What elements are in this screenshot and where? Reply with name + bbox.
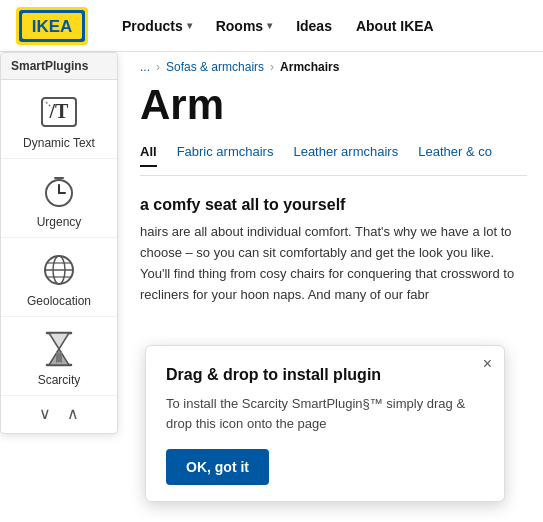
- breadcrumb-home[interactable]: ...: [140, 60, 150, 74]
- chevron-down-icon: ▾: [267, 20, 272, 31]
- smart-plugins-panel: SmartPlugins /T Dynamic Text Urgency: [0, 52, 118, 434]
- breadcrumb-separator: ›: [270, 60, 274, 74]
- nav-item-about[interactable]: About IKEA: [346, 12, 444, 40]
- tab-leather-co[interactable]: Leather & co: [418, 144, 492, 167]
- dnd-modal: × Drag & drop to install plugin To insta…: [145, 345, 505, 502]
- globe-icon: [35, 250, 83, 290]
- smart-plugins-header: SmartPlugins: [1, 53, 117, 80]
- sp-label-urgency: Urgency: [37, 215, 82, 229]
- sp-item-geolocation[interactable]: Geolocation: [1, 238, 117, 317]
- svg-text:IKEA: IKEA: [32, 17, 73, 36]
- content-body: hairs are all about individual comfort. …: [140, 222, 527, 305]
- close-icon[interactable]: ×: [483, 356, 492, 372]
- sp-item-dynamic-text[interactable]: /T Dynamic Text: [1, 80, 117, 159]
- navbar: IKEA Products ▾ Rooms ▾ Ideas About IKEA: [0, 0, 543, 52]
- sp-arrow-down[interactable]: ∨: [39, 404, 51, 423]
- sp-item-scarcity[interactable]: Scarcity: [1, 317, 117, 396]
- sp-navigation-arrows: ∨ ∧: [1, 396, 117, 425]
- sp-item-urgency[interactable]: Urgency: [1, 159, 117, 238]
- nav-item-rooms[interactable]: Rooms ▾: [206, 12, 282, 40]
- content-heading: a comfy seat all to yourself: [140, 196, 527, 214]
- tab-leather[interactable]: Leather armchairs: [293, 144, 398, 167]
- ikea-logo[interactable]: IKEA: [16, 7, 88, 45]
- tab-all[interactable]: All: [140, 144, 157, 167]
- sp-label-geolocation: Geolocation: [27, 294, 91, 308]
- filter-tabs: All Fabric armchairs Leather armchairs L…: [140, 144, 527, 176]
- nav-item-products[interactable]: Products ▾: [112, 12, 202, 40]
- breadcrumb-sofas[interactable]: Sofas & armchairs: [166, 60, 264, 74]
- tab-fabric[interactable]: Fabric armchairs: [177, 144, 274, 167]
- hourglass-icon: [35, 329, 83, 369]
- ok-got-it-button[interactable]: OK, got it: [166, 449, 269, 485]
- sp-label-scarcity: Scarcity: [38, 373, 81, 387]
- page-title: Arm: [140, 82, 527, 128]
- breadcrumb-current: Armchairs: [280, 60, 339, 74]
- breadcrumb-separator: ›: [156, 60, 160, 74]
- text-icon: /T: [35, 92, 83, 132]
- sp-arrow-up[interactable]: ∧: [67, 404, 79, 423]
- svg-text:/T: /T: [49, 100, 70, 122]
- nav-item-ideas[interactable]: Ideas: [286, 12, 342, 40]
- dnd-modal-title: Drag & drop to install plugin: [166, 366, 484, 384]
- dnd-modal-description: To install the Scarcity SmartPlugin§™ si…: [166, 394, 484, 433]
- nav-items: Products ▾ Rooms ▾ Ideas About IKEA: [112, 12, 444, 40]
- sp-label-dynamic-text: Dynamic Text: [23, 136, 95, 150]
- chevron-down-icon: ▾: [187, 20, 192, 31]
- clock-icon: [35, 171, 83, 211]
